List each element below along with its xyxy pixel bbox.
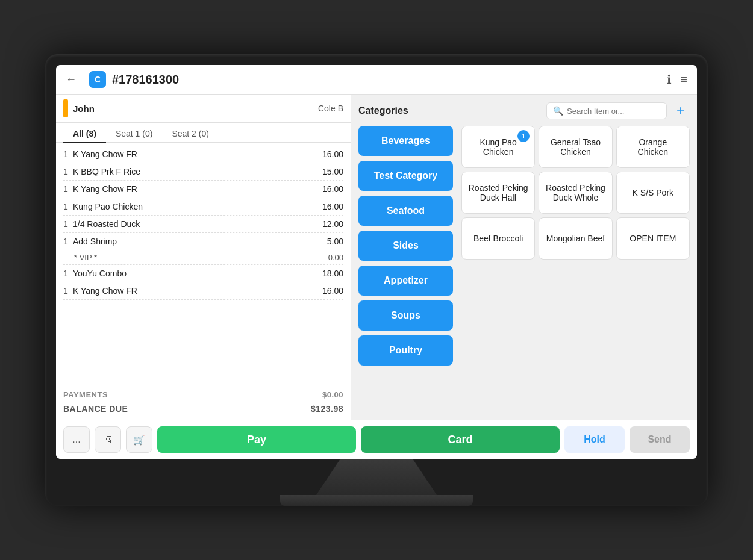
logo-icon: C [89,71,106,88]
items-grid: 1Kung Pao ChickenGeneral Tsao ChickenOra… [458,126,690,412]
app-header: ← C #178161300 ℹ ≡ [56,65,697,95]
add-category-button[interactable]: + [672,102,690,120]
menu-item-card[interactable]: Beef Broccoli [461,217,535,260]
item-qty: 1 [63,286,69,296]
order-items-list: 1 K Yang Chow FR 16.00 1 K BBQ Prk F Ric… [56,143,351,384]
item-price: 12.00 [322,219,343,229]
item-qty: 1 [63,149,69,159]
category-button[interactable]: Soups [358,300,453,331]
item-name: Kung Pao Chicken [73,202,143,211]
header-left: ← C #178161300 [66,71,179,88]
monitor-stand [316,459,437,495]
item-price: 18.00 [322,269,343,278]
print-button[interactable]: 🖨 [95,426,121,453]
order-item[interactable]: 1 YouYu Combo 18.00 [63,265,343,282]
item-price: 16.00 [322,202,343,211]
menu-item-card[interactable]: 1Kung Pao Chicken [461,126,535,168]
order-number: #178161300 [112,73,179,87]
item-price: 5.00 [327,237,343,246]
category-button[interactable]: Poultry [358,335,453,366]
categories-grid: BeveragesTest CategorySeafoodSidesAppeti… [358,126,690,412]
order-item[interactable]: 1 K Yang Chow FR 16.00 [63,181,343,198]
customer-row: John Cole B [56,95,351,123]
cart-button[interactable]: 🛒 [126,426,152,453]
item-sub-name: * VIP * [74,253,97,262]
item-price: 16.00 [322,184,343,194]
item-sub-price: 0.00 [328,253,343,262]
item-price: 15.00 [322,167,343,176]
order-item[interactable]: 1 Add Shrimp 5.00 [63,233,343,250]
header-right: ℹ ≡ [667,72,687,87]
tab-seat1[interactable]: Seat 1 (0) [106,125,162,143]
payments-row: PAYMENTS $0.00 [56,384,351,402]
item-name: OPEN ITEM [630,234,676,243]
search-bar: 🔍 [546,102,667,119]
category-button[interactable]: Sides [358,231,453,261]
item-name: YouYu Combo [73,269,127,278]
order-item[interactable]: 1 Kung Pao Chicken 16.00 [63,198,343,216]
category-button[interactable]: Test Category [358,161,453,191]
payments-label: PAYMENTS [63,390,108,399]
search-icon: 🔍 [553,106,563,116]
order-item[interactable]: 1 K Yang Chow FR 16.00 [63,146,343,163]
categories-title: Categories [358,105,408,116]
bottom-bar: ... 🖨 🛒 Pay Card Hold Send [56,420,697,459]
more-button[interactable]: ... [63,426,90,453]
category-button[interactable]: Beverages [358,126,453,156]
order-item[interactable]: 1 K Yang Chow FR 16.00 [63,282,343,300]
item-name: Roasted Peking Duck Whole [545,183,605,202]
item-qty: 1 [63,269,69,278]
customer-name-text: John [73,104,95,114]
item-qty: 1 [63,202,69,211]
menu-item-card[interactable]: Roasted Peking Duck Half [461,172,535,214]
customer-dot [63,99,68,117]
item-name: K Yang Chow FR [73,184,137,194]
header-divider [83,72,83,87]
item-name: General Tsao Chicken [545,137,605,157]
item-name: Orange Chicken [623,137,683,157]
item-name: K Yang Chow FR [73,286,137,296]
seat-tabs: All (8) Seat 1 (0) Seat 2 (0) [56,123,351,143]
category-list: BeveragesTest CategorySeafoodSidesAppeti… [358,126,458,412]
item-name: K BBQ Prk F Rice [73,167,140,176]
balance-label: BALANCE DUE [63,404,128,414]
item-name: Mongolian Beef [546,234,605,243]
customer-name: John [63,99,95,117]
menu-item-card[interactable]: General Tsao Chicken [539,126,612,168]
item-price: 16.00 [322,149,343,159]
send-button[interactable]: Send [630,426,690,453]
item-price: 16.00 [322,286,343,296]
card-button[interactable]: Card [361,426,560,453]
tab-seat2[interactable]: Seat 2 (0) [162,125,218,143]
order-item[interactable]: 1 K BBQ Prk F Rice 15.00 [63,163,343,181]
search-input[interactable] [567,107,660,116]
menu-item-card[interactable]: Mongolian Beef [539,217,612,260]
category-button[interactable]: Seafood [358,196,453,226]
item-name: 1/4 Roasted Duck [73,219,140,229]
payments-value: $0.00 [322,390,343,399]
item-qty: 1 [63,167,69,176]
menu-item-card[interactable]: K S/S Pork [616,172,690,214]
monitor-base [280,495,473,506]
category-button[interactable]: Appetizer [358,266,453,296]
item-name: K Yang Chow FR [73,149,137,159]
hold-button[interactable]: Hold [564,426,625,453]
item-name: Roasted Peking Duck Half [468,183,528,202]
order-item[interactable]: 1 1/4 Roasted Duck 12.00 [63,216,343,233]
info-icon[interactable]: ℹ [667,72,672,87]
balance-row: BALANCE DUE $123.98 [56,402,351,420]
tab-all[interactable]: All (8) [63,125,106,143]
item-qty: 1 [63,237,69,246]
menu-icon[interactable]: ≡ [680,73,687,87]
item-qty: 1 [63,219,69,229]
right-panel: Categories 🔍 + BeveragesTest CategorySea… [351,95,697,420]
app-body: John Cole B All (8) Seat 1 (0) Seat 2 (0… [56,95,697,420]
menu-item-card[interactable]: Roasted Peking Duck Whole [539,172,612,214]
item-name: Add Shrimp [73,237,117,246]
pay-button[interactable]: Pay [157,426,356,453]
item-qty: 1 [63,184,69,194]
menu-item-card[interactable]: OPEN ITEM [616,217,690,260]
back-button[interactable]: ← [66,73,77,86]
item-name: K S/S Pork [633,188,673,198]
menu-item-card[interactable]: Orange Chicken [616,126,690,168]
